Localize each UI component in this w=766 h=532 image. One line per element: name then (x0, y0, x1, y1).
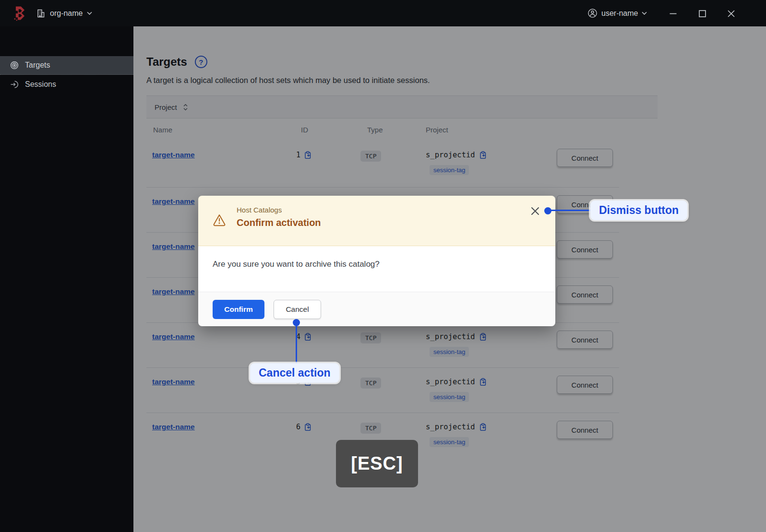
dialog-body: Are you sure you want to archive this ca… (198, 246, 555, 292)
sidebar-item-label: Targets (25, 61, 50, 70)
window-close-button[interactable] (726, 8, 736, 19)
app-window: org-name user-name (0, 0, 766, 532)
dialog-question-text: Are you sure you want to archive this ca… (213, 260, 380, 269)
dialog-header: Host Catalogs Confirm activation (198, 196, 555, 246)
org-name-label: org-name (50, 9, 83, 18)
window-minimize-button[interactable] (668, 8, 678, 19)
org-icon (36, 9, 46, 18)
chevron-down-icon (87, 12, 92, 15)
sidebar-item-targets[interactable]: Targets (0, 56, 133, 75)
sidebar-item-sessions[interactable]: Sessions (0, 75, 133, 94)
chevron-down-icon (642, 12, 647, 15)
dialog-footer: Confirm Cancel (198, 292, 555, 326)
org-switcher[interactable]: org-name (36, 9, 92, 18)
sidebar-item-label: Sessions (25, 80, 56, 89)
dialog-dismiss-button[interactable] (528, 204, 542, 218)
dialog-title: Confirm activation (237, 217, 321, 228)
sidebar: Targets Sessions (0, 26, 133, 532)
confirm-button[interactable]: Confirm (213, 300, 264, 319)
cancel-callout-line (296, 325, 297, 363)
user-name-label: user-name (601, 9, 638, 18)
user-menu[interactable]: user-name (587, 0, 647, 26)
warning-triangle-icon (212, 213, 227, 227)
window-maximize-button[interactable] (697, 8, 707, 19)
session-icon (10, 80, 19, 89)
confirm-dialog: Host Catalogs Confirm activation Are you… (198, 196, 555, 326)
esc-key-indicator: [ESC] (336, 440, 418, 487)
dismiss-callout-label: Dismiss button (590, 201, 687, 220)
target-icon (10, 61, 19, 70)
user-avatar-icon (587, 8, 598, 18)
dialog-tagline: Host Catalogs (237, 206, 282, 214)
boundary-logo (13, 5, 27, 21)
title-bar: org-name user-name (0, 0, 766, 26)
dismiss-callout-line (551, 210, 590, 211)
cancel-button[interactable]: Cancel (274, 300, 321, 319)
cancel-callout-label: Cancel action (250, 363, 339, 383)
